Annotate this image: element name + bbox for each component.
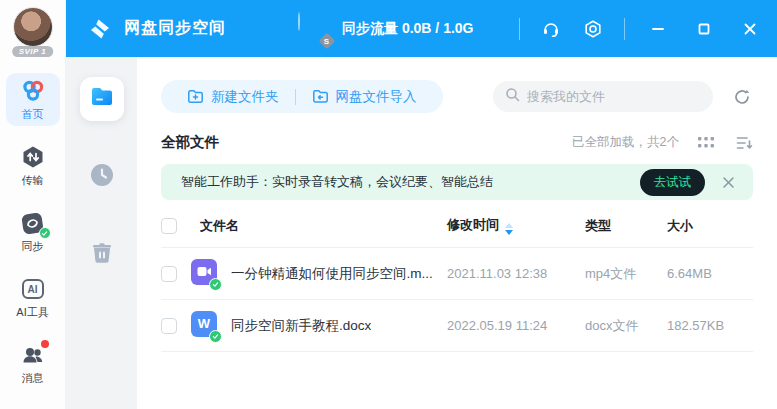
main-content: 新建文件夹 网盘文件导入 <box>137 57 777 409</box>
new-folder-button[interactable]: 新建文件夹 <box>187 88 279 106</box>
banner-close-icon[interactable] <box>719 173 737 191</box>
section-header: 全部文件 已全部加载，共2个 <box>161 133 753 152</box>
rail-item-files[interactable] <box>80 77 124 121</box>
file-name[interactable]: 一分钟精通如何使用同步空间.m... <box>231 265 433 283</box>
support-headset-icon[interactable] <box>540 18 562 40</box>
file-table: 文件名 修改时间 类型 大小 <box>161 204 753 352</box>
sidebar-item-transfer[interactable]: 传输 <box>6 139 60 192</box>
trash-icon <box>90 241 114 269</box>
search-icon <box>505 87 520 106</box>
sync-traffic-label: 同步流量 0.0B / 1.0G <box>342 20 473 38</box>
user-avatar[interactable]: SVIP 1 <box>13 7 53 59</box>
file-size: 182.57KB <box>667 318 753 333</box>
close-button[interactable] <box>737 16 763 42</box>
actions-pill: 新建文件夹 网盘文件导入 <box>161 80 443 113</box>
sidebar-item-label: 首页 <box>22 107 44 122</box>
folder-icon <box>89 84 115 114</box>
sidebar-item-label: 消息 <box>22 371 44 386</box>
load-status: 已全部加载，共2个 <box>572 134 679 151</box>
sidebar-nav: 首页 传输 <box>0 73 65 390</box>
titlebar-divider <box>624 18 625 40</box>
toolbar-separator <box>295 89 296 105</box>
left-sidebar: SVIP 1 首页 <box>0 0 66 409</box>
file-name[interactable]: 同步空间新手教程.docx <box>231 317 371 335</box>
search-input[interactable] <box>527 89 701 104</box>
table-row[interactable]: 一分钟精通如何使用同步空间.m... 2021.11.03 12:38 mp4文… <box>161 248 753 300</box>
row-checkbox[interactable] <box>161 318 177 334</box>
synced-badge <box>209 278 222 291</box>
try-it-button[interactable]: 去试试 <box>640 169 706 196</box>
maximize-button[interactable] <box>691 16 717 42</box>
select-all-checkbox[interactable] <box>161 218 177 234</box>
file-modified-time: 2021.11.03 12:38 <box>447 266 585 281</box>
titlebar: 网盘同步空间 S 同步流量 0.0B / 1.0G <box>66 0 777 57</box>
minimize-button[interactable] <box>645 16 671 42</box>
sidebar-item-label: 同步 <box>22 239 44 254</box>
app-logo-icon <box>88 17 112 41</box>
file-size: 6.64MB <box>667 266 753 281</box>
import-from-cloud-button[interactable]: 网盘文件导入 <box>312 88 417 106</box>
column-header-size: 大小 <box>667 217 753 235</box>
rail-item-trash[interactable] <box>80 233 124 277</box>
rail-item-recent[interactable] <box>80 155 124 199</box>
file-type: mp4文件 <box>585 265 667 283</box>
sidebar-item-label: AI工具 <box>16 305 48 320</box>
transfer-icon <box>20 144 46 170</box>
column-header-name: 文件名 <box>200 217 239 235</box>
app-window: SVIP 1 首页 <box>0 0 777 409</box>
video-file-icon <box>191 259 221 289</box>
word-file-icon: W <box>191 311 221 341</box>
toolbar: 新建文件夹 网盘文件导入 <box>161 80 753 113</box>
titlebar-divider <box>519 18 520 40</box>
ai-tools-icon: AI <box>20 276 46 302</box>
search-box[interactable] <box>493 81 713 112</box>
sort-arrows-icon[interactable] <box>505 223 513 235</box>
sort-list-icon[interactable] <box>735 135 753 151</box>
column-header-time[interactable]: 修改时间 <box>447 217 499 232</box>
avatar-image <box>13 7 53 47</box>
sidebar-item-messages[interactable]: 消息 <box>6 337 60 390</box>
table-row[interactable]: W 同步空间新手教程.docx 2022.05.19 11:24 docx文件 … <box>161 300 753 352</box>
banner-text: 智能工作助手：实时录音转文稿，会议纪要、智能总结 <box>181 173 493 191</box>
row-checkbox[interactable] <box>161 266 177 282</box>
section-title: 全部文件 <box>161 133 219 152</box>
sync-icon <box>20 210 46 236</box>
home-rings-icon <box>20 78 46 104</box>
column-header-type: 类型 <box>585 217 667 235</box>
clock-icon <box>89 162 115 192</box>
settings-icon[interactable] <box>582 18 604 40</box>
refresh-icon[interactable] <box>731 86 753 108</box>
file-type: docx文件 <box>585 317 667 335</box>
sidebar-item-sync[interactable]: 同步 <box>6 205 60 258</box>
sync-ok-badge <box>39 227 51 239</box>
messages-icon <box>20 342 46 368</box>
app-title: 网盘同步空间 <box>124 18 226 39</box>
ai-assistant-banner: 智能工作助手：实时录音转文稿，会议纪要、智能总结 去试试 <box>161 164 753 200</box>
synced-badge <box>209 330 222 343</box>
member-badge: S <box>319 32 336 49</box>
section-rail <box>66 57 137 409</box>
grid-view-icon[interactable] <box>697 135 715 151</box>
unread-dot <box>41 340 49 348</box>
table-header-row: 文件名 修改时间 类型 大小 <box>161 204 753 248</box>
sidebar-item-ai-tools[interactable]: AI AI工具 <box>6 271 60 324</box>
sidebar-item-label: 传输 <box>22 173 44 188</box>
file-modified-time: 2022.05.19 11:24 <box>447 318 585 333</box>
sidebar-item-home[interactable]: 首页 <box>6 73 60 126</box>
svip-badge: SVIP 1 <box>12 46 54 57</box>
titlebar-avatar[interactable]: S <box>298 13 330 45</box>
